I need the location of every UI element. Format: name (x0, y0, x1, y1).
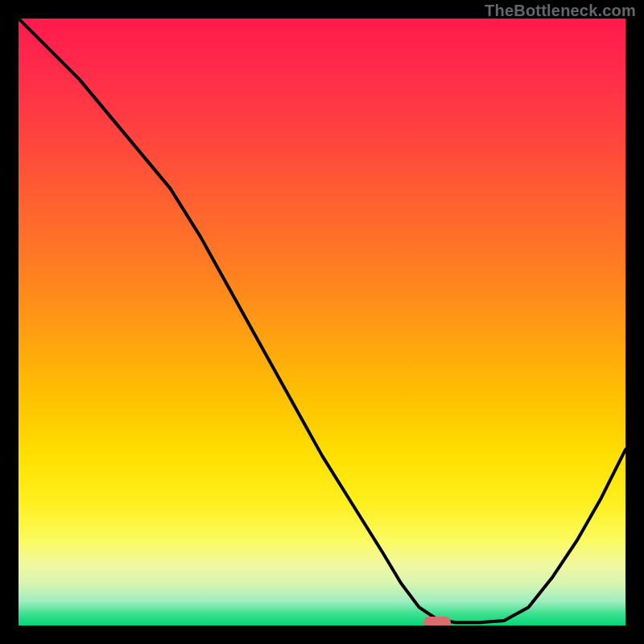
watermark-text: TheBottleneck.com (485, 2, 636, 20)
chart-frame: TheBottleneck.com (0, 0, 644, 644)
optimal-point-marker (423, 617, 451, 625)
bottleneck-curve (19, 19, 625, 625)
plot-area (19, 19, 625, 625)
